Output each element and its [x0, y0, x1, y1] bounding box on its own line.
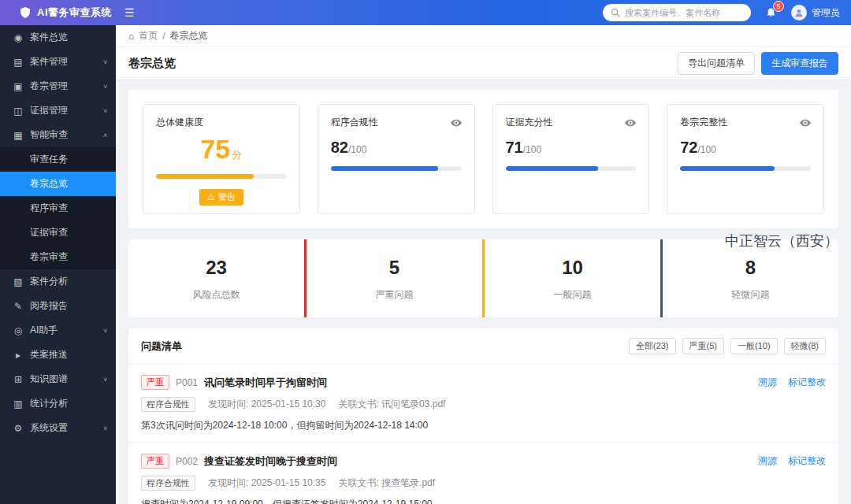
mark-fixed-link[interactable]: 标记整改: [788, 376, 826, 389]
issue-list-panel: 问题清单 全部(23) 严重(5) 一般(10) 轻微(8) 严重 P001 讯…: [128, 328, 838, 504]
eye-icon[interactable]: [625, 119, 636, 127]
chevron-down-icon: ∨: [102, 108, 108, 114]
category-tag: 程序合规性: [141, 476, 195, 491]
progress-track: [331, 166, 462, 171]
breadcrumb-home[interactable]: 首页: [139, 29, 158, 43]
sidebar-subitem-procedure-review[interactable]: 程序审查: [0, 196, 116, 220]
stat-total-risks: 23 风险点总数: [128, 239, 304, 317]
sidebar-item-smart-review[interactable]: ▦ 智能审查 ∧: [0, 123, 116, 147]
sidebar-item-ai-assistant[interactable]: ◎ AI助手 ∨: [0, 318, 116, 343]
health-progress-fill: [156, 174, 254, 179]
filter-minor[interactable]: 轻微(8): [784, 338, 826, 354]
issue-id: P001: [176, 377, 198, 388]
sidebar-item-case-overview[interactable]: ◉ 案件总览: [0, 25, 116, 50]
sidebar-subitem-review-tasks[interactable]: 审查任务: [0, 147, 116, 172]
page-title-bar: 卷宗总览 导出问题清单 生成审查报告: [116, 47, 851, 80]
analysis-icon: ▧: [13, 276, 24, 287]
sidebar-item-label: 卷宗管理: [30, 80, 68, 93]
graph-icon: ⊞: [13, 374, 24, 385]
sidebar-subitem-dossier-review[interactable]: 卷宗审查: [0, 245, 116, 269]
smart-review-submenu: 审查任务 卷宗总览 程序审查 证据审查 卷宗审查: [0, 147, 116, 269]
score-value: 72: [680, 139, 697, 156]
progress-fill: [331, 166, 438, 171]
sidebar-item-label: 系统设置: [30, 421, 68, 435]
statistics-icon: ▥: [13, 398, 24, 410]
evidence-sufficiency-card: 证据充分性 71/100: [492, 104, 650, 214]
export-issue-list-button[interactable]: 导出问题清单: [678, 52, 755, 75]
procedure-compliance-card: 程序合规性 82/100: [318, 104, 475, 214]
sidebar-subitem-label: 证据审查: [30, 226, 68, 239]
trace-link[interactable]: 溯源: [758, 454, 777, 468]
sidebar-subitem-dossier-overview[interactable]: 卷宗总览: [0, 172, 116, 196]
score-value: 82: [331, 139, 348, 156]
archive-icon: ▣: [13, 81, 24, 92]
progress-track: [506, 166, 637, 171]
issue-title: 讯问笔录时间早于拘留时间: [204, 376, 327, 390]
stat-minor-issues: 8 轻微问题: [660, 239, 838, 317]
mark-fixed-link[interactable]: 标记整改: [788, 454, 826, 468]
sidebar-item-dossier-management[interactable]: ▣ 卷宗管理 ∨: [0, 74, 116, 98]
generate-report-button[interactable]: 生成审查报告: [761, 52, 838, 75]
sidebar-item-label: 类案推送: [30, 348, 68, 361]
dossier-completeness-card: 卷宗完整性 72/100: [667, 104, 824, 214]
home-icon: ⌂: [128, 31, 134, 42]
card-title: 证据充分性: [506, 116, 553, 129]
menu-toggle-icon[interactable]: ☰: [124, 6, 135, 19]
trace-link[interactable]: 溯源: [758, 376, 777, 389]
progress-fill: [680, 166, 774, 171]
sidebar-item-label: AI助手: [30, 324, 58, 337]
score-cards-panel: 总体健康度 75分 ⚠ 警告 程序合规性: [128, 90, 838, 228]
stat-value: 5: [307, 257, 482, 279]
sidebar-item-knowledge-graph[interactable]: ⊞ 知识图谱 ∨: [0, 367, 116, 391]
stat-label: 风险点总数: [128, 288, 304, 302]
stat-value: 23: [128, 257, 304, 279]
assistant-icon: ◎: [13, 325, 24, 336]
sidebar: ◉ 案件总览 ▤ 案件管理 ∨ ▣ 卷宗管理 ∨ ◫ 证据管理 ∨ ▦ 智能审查…: [0, 25, 116, 504]
sidebar-subitem-evidence-review[interactable]: 证据审查: [0, 220, 116, 245]
sidebar-item-case-analysis[interactable]: ▧ 案件分析: [0, 269, 116, 294]
app-logo-area: AI警务审查系统: [0, 6, 112, 20]
warning-status-badge[interactable]: ⚠ 警告: [199, 189, 243, 206]
sidebar-item-similar-case-push[interactable]: ▸ 类案推送: [0, 343, 116, 367]
sidebar-item-label: 案件管理: [30, 55, 68, 69]
app-title: AI警务审查系统: [37, 6, 112, 20]
progress-track: [680, 166, 811, 171]
health-progress-track: [156, 174, 287, 179]
risk-stats-panel: 23 风险点总数 5 严重问题 10 一般问题 8 轻微问题: [128, 239, 838, 317]
filter-normal[interactable]: 一般(10): [730, 338, 778, 354]
sidebar-subitem-label: 卷宗总览: [30, 177, 68, 191]
stat-severe-issues: 5 严重问题: [304, 239, 482, 317]
sidebar-subitem-label: 审查任务: [30, 153, 68, 166]
report-icon: ✎: [13, 301, 24, 312]
sidebar-item-case-management[interactable]: ▤ 案件管理 ∨: [0, 50, 116, 74]
filter-all[interactable]: 全部(23): [629, 338, 676, 354]
sidebar-item-label: 证据管理: [30, 104, 68, 117]
category-tag: 程序合规性: [141, 397, 195, 412]
score-total: /100: [523, 144, 541, 155]
sidebar-item-statistics[interactable]: ▥ 统计分析: [0, 391, 116, 416]
chevron-down-icon: ∨: [102, 83, 108, 90]
eye-icon[interactable]: [451, 119, 462, 127]
sidebar-item-system-settings[interactable]: ⚙ 系统设置 ∨: [0, 416, 116, 440]
filter-severe[interactable]: 严重(5): [682, 338, 724, 354]
notification-bell[interactable]: 5: [765, 7, 777, 19]
issue-list-header: 问题清单 全部(23) 严重(5) 一般(10) 轻微(8): [128, 328, 838, 365]
health-score-unit: 分: [232, 149, 242, 161]
issue-row: 严重 P001 讯问笔录时间早于拘留时间 溯源 标记整改 程序合规性 发现时间:…: [128, 365, 838, 443]
related-doc[interactable]: 关联文书: 搜查笔录.pdf: [338, 476, 435, 490]
warning-badge-label: 警告: [218, 191, 236, 203]
global-search[interactable]: [603, 4, 751, 21]
top-header: AI警务审查系统 ☰ 5 管理员: [0, 0, 851, 25]
sidebar-item-reading-report[interactable]: ✎ 阅卷报告: [0, 294, 116, 318]
stat-value: 10: [485, 257, 660, 279]
related-doc[interactable]: 关联文书: 讯问笔录03.pdf: [338, 398, 445, 411]
search-input[interactable]: [625, 8, 743, 17]
main-area: 中正智云（西安） ⌂ 首页 / 卷宗总览 卷宗总览 导出问题清单 生成审查报告 …: [116, 25, 851, 504]
sidebar-item-evidence-management[interactable]: ◫ 证据管理 ∨: [0, 98, 116, 123]
user-menu[interactable]: 管理员: [791, 5, 840, 20]
stat-label: 轻微问题: [663, 288, 838, 302]
stat-normal-issues: 10 一般问题: [482, 239, 660, 317]
review-icon: ▦: [13, 130, 24, 141]
severity-tag: 严重: [141, 375, 169, 390]
eye-icon[interactable]: [800, 119, 811, 127]
